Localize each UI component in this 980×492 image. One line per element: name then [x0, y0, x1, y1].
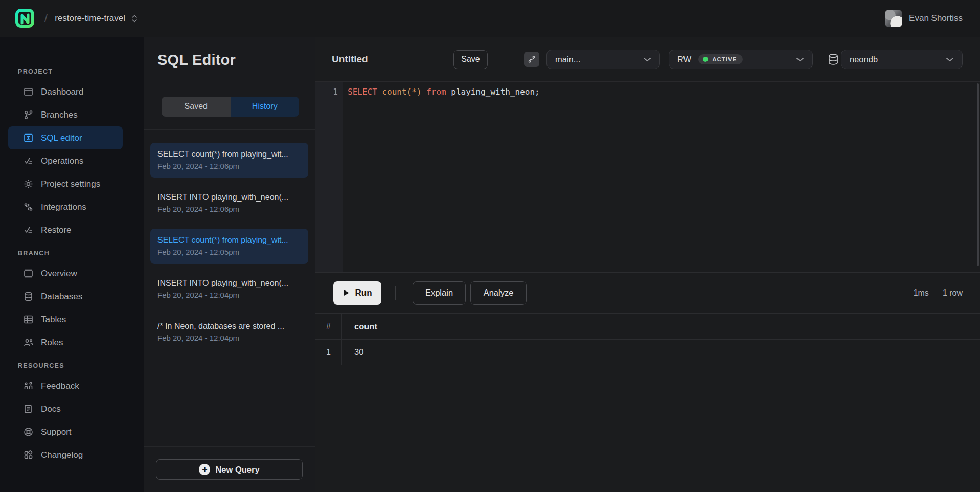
user-avatar[interactable] — [885, 10, 902, 27]
sidebar-item-tables[interactable]: Tables — [8, 308, 123, 331]
sidebar-item-overview[interactable]: Overview — [8, 262, 123, 285]
history-item[interactable]: INSERT INTO playing_with_neon(... Feb 20… — [150, 186, 308, 221]
gear-icon — [23, 178, 34, 189]
compute-select[interactable]: RW ACTIVE — [669, 50, 813, 69]
play-icon — [343, 289, 350, 297]
results-column-header: count — [342, 314, 980, 339]
top-bar: / restore-time-travel Evan Shortiss — [0, 0, 980, 37]
sql-editor-icon: Σ — [23, 132, 34, 143]
overview-icon — [23, 268, 34, 279]
save-button[interactable]: Save — [453, 50, 488, 69]
tab-saved[interactable]: Saved — [162, 97, 231, 117]
history-item[interactable]: SELECT count(*) from playing_wit... Feb … — [150, 143, 308, 178]
code-editor[interactable]: 1 SELECT count(*) from playing_with_neon… — [315, 82, 980, 272]
row-index-cell: 1 — [315, 340, 342, 365]
sidebar-item-restore[interactable]: Restore — [8, 218, 123, 241]
row-value-cell: 30 — [342, 340, 980, 365]
sidebar-item-support[interactable]: Support — [8, 420, 123, 443]
sql-editor-panel: SQL Editor Saved History SELECT count(*)… — [144, 37, 315, 492]
neon-logo-icon[interactable] — [15, 8, 35, 29]
branches-icon — [23, 109, 34, 120]
sidebar-item-sql-editor[interactable]: Σ SQL editor — [8, 126, 123, 149]
explain-button[interactable]: Explain — [413, 281, 466, 305]
breadcrumb-separator: / — [44, 12, 48, 25]
analyze-button[interactable]: Analyze — [470, 281, 527, 305]
chevron-down-icon — [796, 57, 804, 62]
feedback-icon — [23, 381, 34, 391]
operations-icon — [23, 155, 34, 166]
main-area: Untitled Save main... RW ACTIVE — [315, 37, 980, 492]
query-toolbar: Run Explain Analyze 1ms 1 row — [315, 272, 980, 313]
plus-icon: + — [199, 464, 210, 475]
status-badge: ACTIVE — [698, 54, 743, 64]
history-list: SELECT count(*) from playing_wit... Feb … — [144, 130, 315, 446]
table-row: 1 30 — [315, 340, 980, 365]
restore-icon — [23, 225, 34, 235]
sidebar-item-databases[interactable]: Databases — [8, 285, 123, 308]
databases-icon — [23, 291, 34, 302]
query-row-count: 1 row — [943, 288, 963, 298]
new-query-button[interactable]: + New Query — [156, 459, 303, 480]
sidebar-item-operations[interactable]: Operations — [8, 149, 123, 172]
sidebar-item-branches[interactable]: Branches — [8, 103, 123, 126]
line-number-gutter: 1 — [315, 82, 343, 272]
history-item[interactable]: INSERT INTO playing_with_neon(... Feb 20… — [150, 272, 308, 307]
sidebar-section-resources: RESOURCES — [0, 362, 144, 369]
query-title[interactable]: Untitled — [332, 54, 368, 65]
roles-icon — [23, 337, 34, 348]
sidebar-item-dashboard[interactable]: Dashboard — [8, 80, 123, 103]
user-name[interactable]: Evan Shortiss — [909, 13, 963, 24]
toolbar-divider — [395, 286, 396, 300]
sidebar-item-roles[interactable]: Roles — [8, 331, 123, 354]
status-dot — [703, 57, 708, 62]
sidebar-item-feedback[interactable]: Feedback — [8, 374, 123, 397]
sidebar-section-project: PROJECT — [0, 68, 144, 75]
integrations-icon — [23, 202, 34, 212]
project-switcher-icon[interactable] — [131, 15, 138, 23]
svg-text:Σ: Σ — [27, 135, 31, 142]
support-icon — [23, 427, 34, 437]
breadcrumb[interactable]: restore-time-travel — [55, 13, 125, 24]
changelog-icon — [23, 450, 34, 460]
chevron-down-icon — [946, 57, 954, 62]
editor-scrollbar[interactable] — [977, 83, 979, 266]
saved-history-toggle: Saved History — [162, 97, 299, 117]
run-button[interactable]: Run — [333, 281, 381, 305]
results-table: # count 1 30 — [315, 313, 980, 365]
branch-chip[interactable] — [524, 52, 539, 67]
chevron-down-icon — [643, 57, 651, 62]
line-number: 1 — [315, 85, 338, 99]
sidebar-item-docs[interactable]: Docs — [8, 397, 123, 420]
history-item-selected[interactable]: SELECT count(*) from playing_wit... Feb … — [150, 229, 308, 264]
code-line[interactable]: SELECT count(*) from playing_with_neon; — [343, 82, 980, 272]
tables-icon — [23, 314, 34, 325]
results-index-header: # — [315, 314, 342, 339]
sidebar-item-changelog[interactable]: Changelog — [8, 443, 123, 466]
sidebar: PROJECT Dashboard Branches Σ SQL editor — [0, 37, 144, 492]
docs-icon — [23, 404, 34, 414]
branch-select[interactable]: main... — [546, 50, 660, 69]
query-duration: 1ms — [914, 288, 929, 298]
sidebar-item-integrations[interactable]: Integrations — [8, 195, 123, 218]
branch-icon — [527, 55, 536, 64]
dashboard-icon — [23, 86, 34, 97]
results-header-row: # count — [315, 313, 980, 340]
history-item[interactable]: /* In Neon, databases are stored ... Feb… — [150, 315, 308, 350]
database-select[interactable]: neondb — [841, 50, 963, 69]
sidebar-item-project-settings[interactable]: Project settings — [8, 172, 123, 195]
page-title: SQL Editor — [157, 52, 236, 69]
database-icon — [827, 53, 840, 66]
tab-history[interactable]: History — [231, 97, 300, 117]
sidebar-section-branch: BRANCH — [0, 250, 144, 257]
